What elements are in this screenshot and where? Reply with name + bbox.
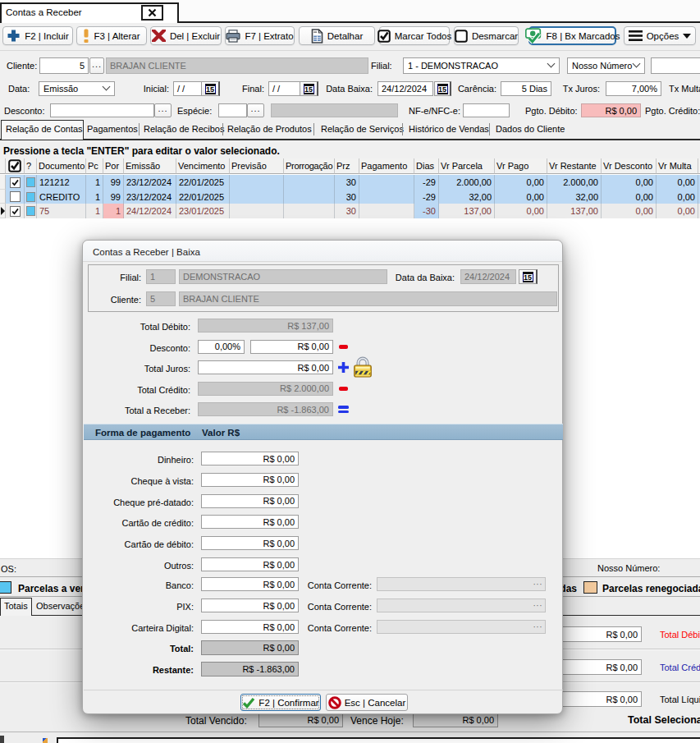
grid-cell-pc[interactable]: 1 [86, 204, 103, 218]
cancelar-button[interactable]: Esc | Cancelar [326, 694, 408, 711]
grid-cell-prorrogacao[interactable] [284, 190, 335, 204]
grid-cell-vencimento[interactable]: 22/01/2025 [176, 175, 230, 190]
grid-cell-prorrogacao[interactable] [284, 175, 335, 190]
grid-cell-emissao[interactable]: 24/12/2024 [124, 204, 176, 218]
grid-cell-vr_restante[interactable]: 137,00 [547, 204, 602, 218]
pix-input[interactable]: R$ 0,00 [201, 599, 299, 612]
dialog-total-juros-input[interactable]: R$ 0,00 [198, 360, 333, 374]
grid-cell-dias[interactable]: -30 [414, 204, 439, 218]
carteira-digital-input[interactable]: R$ 0,00 [201, 620, 299, 634]
grid-cell-pagamento[interactable] [359, 190, 414, 204]
dialog-data-baixa-calendar-button[interactable]: 15 [519, 269, 538, 284]
tx-juros-input[interactable]: 7,00% [606, 81, 661, 96]
grid-cell-prorrogacao[interactable] [284, 204, 335, 218]
grid-header-vr_desconto[interactable]: Vr Desconto [602, 158, 657, 174]
nfe-input[interactable] [463, 103, 510, 117]
grid-cell-vr_pago[interactable]: 0,00 [495, 204, 547, 218]
tab-pagamentos[interactable]: Pagamentos [87, 124, 138, 134]
grid-cell-vr_pago[interactable]: 0,00 [495, 190, 547, 204]
incluir-button[interactable]: F2 | Incluir [2, 26, 73, 45]
opcoes-button[interactable]: Opções [624, 26, 696, 45]
grid-header-previsao[interactable]: Previsão [230, 158, 284, 174]
grid-cell-vr_restante[interactable]: 32,00 [547, 190, 602, 204]
carteira-digital-conta-field[interactable]: ··· [377, 620, 546, 634]
payment-input-1[interactable]: R$ 0,00 [201, 473, 299, 487]
marcar-todos-button[interactable]: Marcar Todos [379, 26, 450, 45]
dialog-desconto-input[interactable]: R$ 0,00 [250, 340, 333, 354]
grid-cell-por[interactable]: 99 [103, 175, 124, 190]
grid-cell-vr_multa[interactable]: 0,00 [657, 175, 698, 190]
grid-header-por[interactable]: Por [103, 158, 124, 174]
grid-cell-vr_parcela[interactable]: 137,00 [439, 204, 495, 218]
detalhar-button[interactable]: Detalhar [299, 26, 375, 45]
desmarcar-button[interactable]: Desmarcar [454, 26, 519, 45]
row-checkbox[interactable] [6, 204, 25, 218]
grid-cell-documento[interactable]: 121212 [37, 175, 86, 190]
grid-cell-por[interactable]: 99 [103, 190, 124, 204]
final-calendar-button[interactable]: 15 [300, 81, 318, 96]
tab-historico-de-vendas[interactable]: Histórico de Vendas [409, 124, 489, 134]
nosso-numero-input[interactable] [651, 57, 700, 74]
payment-input-2[interactable]: R$ 0,00 [201, 494, 299, 508]
grid-cell-vr_parcela[interactable]: 32,00 [439, 190, 495, 204]
data-tipo-select[interactable]: Emissão [39, 81, 115, 96]
especie-lookup-button[interactable]: ... [247, 103, 264, 117]
payment-input-3[interactable]: R$ 0,00 [201, 515, 299, 529]
row-checkbox[interactable] [6, 190, 25, 204]
tab-relacao-de-recibos[interactable]: Relação de Recibos [144, 124, 224, 134]
dialog-desconto-pct-input[interactable]: 0,00% [198, 340, 245, 354]
grid-header-emissao[interactable]: Emissão [124, 158, 176, 174]
data-baixa-input[interactable]: 24/12/2024 [377, 81, 433, 96]
grid-cell-dias[interactable]: -29 [414, 175, 439, 190]
grid-cell-prz[interactable]: 30 [335, 204, 359, 218]
grid-cell-emissao[interactable]: 23/12/2024 [124, 175, 176, 190]
row-checkbox[interactable] [6, 175, 25, 190]
data-inicial-input[interactable]: / / [173, 81, 202, 96]
payment-input-0[interactable]: R$ 0,00 [201, 452, 299, 466]
data-final-input[interactable]: / / [268, 81, 300, 96]
especie-input[interactable] [218, 103, 247, 117]
grid-cell-pc[interactable]: 1 [86, 190, 103, 204]
grid-cell-documento[interactable]: CREDITO [37, 190, 86, 204]
payment-input-5[interactable]: R$ 0,00 [201, 557, 299, 571]
grid-cell-emissao[interactable]: 23/12/2024 [124, 190, 176, 204]
grid-cell-vr_restante[interactable]: 2.000,00 [547, 175, 602, 190]
grid-cell-dias[interactable]: -29 [414, 190, 439, 204]
grid-cell-documento[interactable]: 75 [37, 204, 86, 218]
grid-cell-vr_multa[interactable]: 0,00 [657, 204, 698, 218]
tab-relacao-de-servicos[interactable]: Relação de Serviços [321, 124, 404, 134]
nosso-numero-select[interactable]: Nosso Número [567, 57, 645, 74]
cliente-lookup-button[interactable]: ... [89, 57, 104, 74]
grid-header-vr_restante[interactable]: Vr Restante [547, 158, 602, 174]
bx-marcados-button[interactable]: F8 | Bx Marcados [528, 26, 616, 45]
grid-cell-vr_pago[interactable]: 0,00 [495, 175, 547, 190]
tab-close-button[interactable] [141, 5, 163, 21]
banco-input[interactable]: R$ 0,00 [201, 577, 299, 591]
grid-header-pc[interactable]: Pc [86, 158, 103, 174]
grid-cell-vr_desconto[interactable]: 0,00 [602, 204, 657, 218]
padlock-icon[interactable] [353, 355, 373, 378]
tab-dados-do-cliente[interactable]: Dados do Cliente [496, 124, 565, 134]
grid-header-vencimento[interactable]: Vencimento [176, 158, 230, 174]
grid-header-dias[interactable]: Dias [414, 158, 439, 174]
grid-cell-vr_parcela[interactable]: 2.000,00 [439, 175, 495, 190]
inicial-calendar-button[interactable]: 15 [201, 81, 220, 96]
pix-conta-field[interactable]: ··· [377, 599, 546, 612]
grid-cell-prz[interactable]: 30 [335, 175, 359, 190]
desconto-input[interactable] [50, 103, 154, 117]
grid-header-vr_multa[interactable]: Vr Multa [657, 158, 698, 174]
grid-cell-previsao[interactable] [230, 204, 284, 218]
alterar-button[interactable]: F3 | Alterar [76, 26, 147, 45]
payment-input-4[interactable]: R$ 0,00 [201, 536, 299, 550]
grid-header-checkall[interactable] [6, 158, 25, 174]
grid-cell-previsao[interactable] [230, 175, 284, 190]
grid-header-documento[interactable]: Documento [37, 158, 86, 174]
banco-conta-field[interactable]: ··· [377, 577, 546, 591]
desconto-lookup-button[interactable]: ... [154, 103, 172, 117]
grid-cell-vencimento[interactable]: 22/01/2025 [176, 190, 230, 204]
carencia-input[interactable]: 5 Dias [501, 81, 551, 96]
grid-cell-pagamento[interactable] [359, 204, 414, 218]
grid-cell-vr_desconto[interactable]: 0,00 [602, 175, 657, 190]
grid-header-pagamento[interactable]: Pagamento [359, 158, 414, 174]
grid-cell-vencimento[interactable]: 23/01/2025 [176, 204, 230, 218]
